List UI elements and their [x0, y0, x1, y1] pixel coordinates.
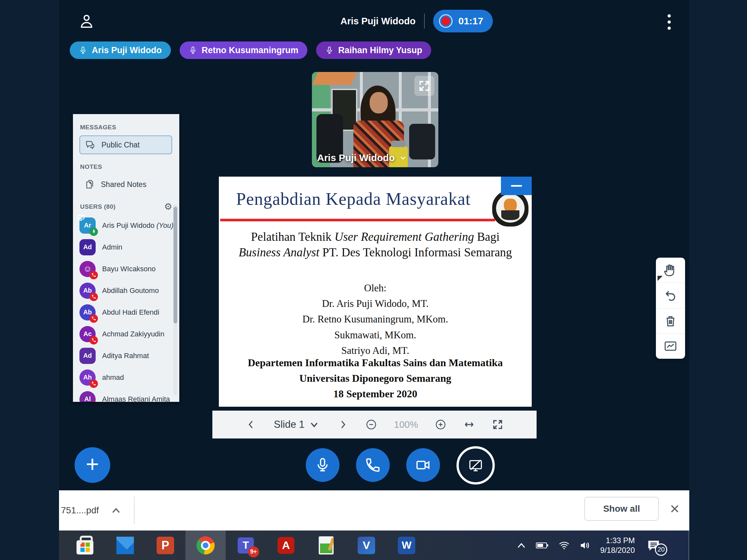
title-divider: [424, 14, 425, 28]
zoom-in-button[interactable]: [435, 419, 446, 430]
speaker-badge: Raihan Hilmy Yusup: [316, 42, 431, 59]
sidebar-item-public-chat[interactable]: Public Chat: [79, 135, 172, 154]
taskbar-clock[interactable]: 1:33 PM 9/18/2020: [600, 536, 635, 555]
leave-audio-button[interactable]: [356, 448, 390, 482]
options-menu-button[interactable]: [663, 13, 676, 31]
user-list-item[interactable]: Ad Aditya Rahmat: [79, 345, 179, 367]
show-all-downloads-button[interactable]: Show all: [584, 497, 659, 521]
shared-notes-label: Shared Notes: [101, 180, 147, 189]
chevron-down-icon: [400, 154, 407, 161]
show-desktop-button[interactable]: [688, 531, 689, 560]
video-icon: [415, 457, 431, 473]
user-list-item[interactable]: Ar Aris Puji Widodo (You): [79, 215, 179, 236]
user-list-item[interactable]: Ah ahmad: [79, 367, 179, 388]
next-slide-button[interactable]: [337, 419, 349, 430]
taskbar-mail-icon[interactable]: [105, 531, 145, 560]
users-scrollbar[interactable]: [174, 204, 177, 395]
wifi-icon[interactable]: [559, 541, 570, 550]
users-header: USERS (80): [80, 203, 116, 210]
volume-icon[interactable]: [579, 541, 590, 550]
taskbar-teams-icon[interactable]: T9+: [226, 531, 266, 560]
listen-only-badge-icon: [89, 314, 98, 323]
record-icon: [439, 14, 453, 28]
action-center-button[interactable]: 20: [646, 539, 661, 552]
slide-number-label: Slide 1: [274, 419, 305, 430]
zoom-out-button[interactable]: [365, 419, 377, 430]
hand-tool-button[interactable]: [656, 258, 685, 283]
bbb-app-window: Aris Puji Widodo 01:17 Aris Puji Widodo …: [59, 0, 689, 560]
microphone-icon: [79, 46, 87, 54]
chrome-icon: [197, 536, 215, 555]
clear-annotations-button[interactable]: [656, 309, 685, 334]
multi-user-whiteboard-button[interactable]: [656, 334, 685, 359]
fullscreen-button[interactable]: [492, 419, 504, 430]
expand-icon: [418, 79, 431, 92]
downloaded-file[interactable]: 751....pdf: [61, 505, 99, 515]
chevron-left-icon: [246, 419, 257, 430]
gear-icon[interactable]: ⚙: [164, 202, 172, 211]
undip-logo: [492, 190, 529, 226]
recording-time: 01:17: [459, 16, 483, 27]
teams-notification-badge: 9+: [248, 546, 259, 557]
scrollbar-thumb[interactable]: [174, 207, 177, 323]
webcam-video[interactable]: Aris Puji Widodo: [312, 72, 438, 167]
presentation-slide[interactable]: Pengabdian Kepada Masyarakat Pelatihan T…: [219, 177, 532, 407]
slide-oleh: Oleh:: [219, 282, 532, 294]
slide-rule: [220, 219, 495, 221]
taskbar-chrome-icon[interactable]: [185, 531, 226, 560]
listen-only-badge-icon: [89, 271, 98, 279]
taskbar-powerpoint-icon[interactable]: P: [145, 531, 185, 560]
battery-icon[interactable]: [536, 541, 549, 549]
taskbar-store-icon[interactable]: [65, 531, 105, 560]
user-list-item[interactable]: Ab Abdul Hadi Efendi: [79, 301, 179, 323]
user-icon[interactable]: [78, 12, 95, 30]
hidden-icons-chevron[interactable]: [516, 542, 526, 549]
notes-header: NOTES: [80, 163, 179, 170]
user-list-item[interactable]: Ad Admin: [79, 236, 179, 258]
speaker-name: Retno Kusumaningrum: [202, 45, 299, 55]
slide-subtitle: Pelatihan Teknik User Requirement Gather…: [238, 229, 512, 260]
undo-button[interactable]: [656, 283, 685, 308]
actions-button[interactable]: +: [75, 447, 110, 483]
user-list-item[interactable]: Ab Abdillah Goutomo: [79, 280, 179, 301]
screen-share-button[interactable]: [457, 446, 495, 484]
user-list-item[interactable]: Al Almaas Retiani Amita: [79, 388, 179, 402]
user-list-item[interactable]: Ac Achmad Zakiyyudin: [79, 323, 179, 345]
share-webcam-button[interactable]: [406, 448, 440, 482]
fit-width-icon: [463, 419, 475, 430]
chat-icon: [85, 139, 96, 150]
microphone-icon: [189, 46, 197, 54]
slide-select-dropdown[interactable]: Slide 1: [274, 419, 320, 430]
taskbar-notes-app-icon[interactable]: [306, 531, 346, 560]
taskbar-visio-icon[interactable]: V: [346, 531, 386, 560]
mail-icon: [117, 537, 134, 554]
visio-icon: V: [358, 537, 375, 554]
notes-app-icon: [319, 536, 334, 555]
whiteboard-icon: [663, 339, 678, 353]
mute-button[interactable]: [306, 448, 339, 482]
undo-icon: [663, 288, 678, 303]
webcam-fullscreen-button[interactable]: [414, 76, 434, 96]
taskbar-word-icon[interactable]: W: [386, 531, 427, 560]
speaker-badge: Aris Puji Widodo: [70, 42, 171, 59]
zoom-level: 100%: [394, 419, 418, 430]
notification-count-badge: 20: [655, 543, 667, 556]
active-speaker-badges: Aris Puji Widodo Retno Kusumaningrum Rai…: [70, 42, 431, 59]
word-icon: W: [398, 537, 415, 554]
minimize-presentation-button[interactable]: [501, 177, 532, 195]
fit-width-button[interactable]: [463, 419, 475, 430]
system-tray: 1:33 PM 9/18/2020 20: [516, 531, 661, 560]
taskbar-acrobat-icon[interactable]: A: [266, 531, 306, 560]
screenshare-icon: [467, 457, 484, 474]
sidebar-item-shared-notes[interactable]: Shared Notes: [79, 175, 172, 194]
close-icon[interactable]: [669, 503, 680, 514]
user-list-item[interactable]: ☺ Bayu WIcaksono: [79, 258, 179, 280]
hand-tool-icon: [663, 263, 678, 277]
previous-slide-button[interactable]: [246, 419, 257, 430]
speaker-name: Aris Puji Widodo: [92, 45, 162, 55]
clock-date: 9/18/2020: [600, 545, 635, 555]
recording-indicator[interactable]: 01:17: [433, 10, 493, 32]
chevron-up-icon[interactable]: [111, 507, 121, 514]
microphone-icon: [325, 46, 334, 54]
webcam-name-label[interactable]: Aris Puji Widodo: [317, 152, 407, 163]
